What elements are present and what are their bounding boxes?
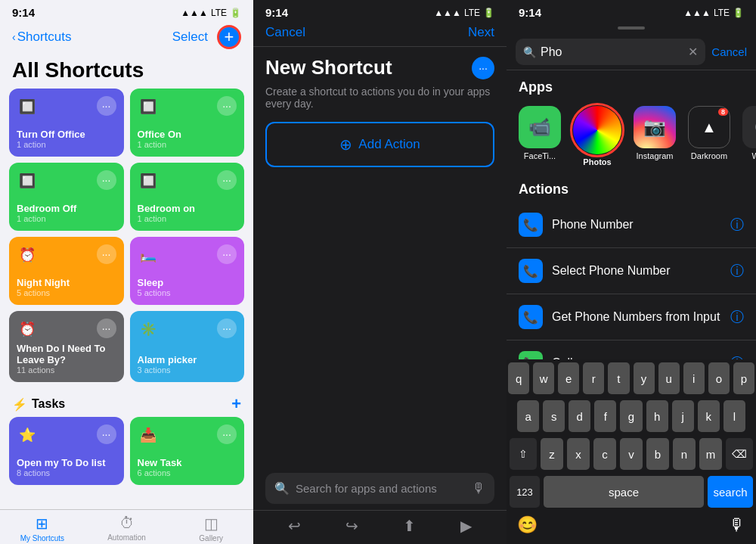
emoji-key[interactable]: 😊 <box>517 515 538 535</box>
action-label-phone-number: Phone Number <box>552 218 721 232</box>
key-space[interactable]: space <box>544 476 704 508</box>
more-button[interactable]: ··· <box>217 244 237 264</box>
key-r[interactable]: r <box>583 362 604 394</box>
watch-icon: ⌚ <box>742 106 756 148</box>
card-top: ⏰ ··· <box>17 244 116 266</box>
back-nav-icon[interactable]: ↩ <box>288 517 301 535</box>
key-123[interactable]: 123 <box>510 476 540 508</box>
search-key[interactable]: search <box>708 476 753 508</box>
search-input[interactable]: 🔍 Pho ✕ <box>516 39 705 65</box>
key-p[interactable]: p <box>733 362 754 394</box>
more-button[interactable]: ··· <box>97 96 116 116</box>
more-button[interactable]: ··· <box>97 424 116 444</box>
instagram-label: Instagram <box>637 151 674 160</box>
more-button[interactable]: ··· <box>217 424 237 444</box>
key-j[interactable]: j <box>672 400 694 432</box>
mic-key[interactable]: 🎙 <box>729 515 745 535</box>
action-info-select-phone[interactable]: ⓘ <box>730 262 744 280</box>
more-button[interactable]: ··· <box>217 96 237 116</box>
signal-icon-3: ▲▲▲ <box>683 8 711 18</box>
app-item-darkroom[interactable]: ▲ 8 Darkroom <box>688 106 730 166</box>
shortcut-card-alarm-picker[interactable]: ✳️ ··· Alarm picker 3 actions <box>130 311 245 382</box>
key-z[interactable]: z <box>541 438 563 470</box>
action-info-call[interactable]: ⓘ <box>730 354 744 359</box>
card-title: New Task <box>138 457 237 468</box>
key-g[interactable]: g <box>620 400 642 432</box>
action-info-phone-number[interactable]: ⓘ <box>730 216 744 234</box>
key-h[interactable]: h <box>646 400 668 432</box>
insta-camera-icon: 📷 <box>643 117 666 138</box>
app-item-photos[interactable]: Photos <box>573 106 621 166</box>
play-nav-icon[interactable]: ▶ <box>460 517 472 535</box>
key-f[interactable]: f <box>594 400 616 432</box>
key-a[interactable]: a <box>517 400 539 432</box>
add-task-button[interactable]: + <box>231 394 241 414</box>
new-shortcut-description: Create a shortcut to actions you do in y… <box>253 82 507 122</box>
key-u[interactable]: u <box>658 362 680 394</box>
shortcut-card-sleep[interactable]: 🛏️ ··· Sleep 5 actions <box>130 237 245 305</box>
more-button[interactable]: ··· <box>97 170 116 190</box>
shift-key[interactable]: ⇧ <box>510 438 537 470</box>
key-i[interactable]: i <box>683 362 705 394</box>
tab-automation[interactable]: ⏱ Automation <box>85 514 169 542</box>
more-button[interactable]: ··· <box>217 319 237 338</box>
key-l[interactable]: l <box>723 400 745 432</box>
key-c[interactable]: c <box>593 438 616 470</box>
key-y[interactable]: y <box>634 362 655 394</box>
key-v[interactable]: v <box>620 438 643 470</box>
tab-gallery[interactable]: ◫ Gallery <box>169 514 253 542</box>
tab-my-shortcuts[interactable]: ⊞ My Shortcuts <box>0 514 85 542</box>
app-item-facetime[interactable]: 📹 FaceTi... <box>519 106 561 166</box>
select-button[interactable]: Select <box>172 30 208 45</box>
add-action-button[interactable]: ⊕ Add Action <box>265 122 494 167</box>
key-d[interactable]: d <box>569 400 590 432</box>
key-n[interactable]: n <box>673 438 696 470</box>
key-x[interactable]: x <box>567 438 590 470</box>
shortcut-card-new-task[interactable]: 📥 ··· New Task 6 actions <box>130 417 245 485</box>
more-button[interactable]: ··· <box>217 170 237 190</box>
kb-bottom-row: 😊 🎙 <box>508 512 754 541</box>
cancel-button-2[interactable]: Cancel <box>265 25 305 40</box>
shortcut-card-open-todo[interactable]: ⭐ ··· Open my To Do list 8 actions <box>9 417 124 485</box>
kb-row-2: a s d f g h j k l <box>508 400 754 432</box>
back-button-1[interactable]: ‹ Shortcuts <box>12 30 71 45</box>
action-info-get-phones[interactable]: ⓘ <box>730 308 744 326</box>
search-bar-bottom[interactable]: 🔍 Search for apps and actions 🎙 <box>265 473 494 504</box>
key-e[interactable]: e <box>558 362 579 394</box>
new-shortcut-header: New Shortcut ··· <box>253 47 507 82</box>
action-item-phone-number[interactable]: 📞 Phone Number ⓘ <box>507 202 756 248</box>
key-k[interactable]: k <box>698 400 720 432</box>
shortcut-card-bedroom-on[interactable]: 🔲 ··· Bedroom on 1 action <box>130 163 245 231</box>
delete-key[interactable]: ⌫ <box>726 438 753 470</box>
shortcut-card-turn-off-office[interactable]: 🔲 ··· Turn Off Office 1 action <box>9 89 124 157</box>
share-nav-icon[interactable]: ⬆ <box>403 517 416 535</box>
shortcut-card-bedroom-off[interactable]: 🔲 ··· Bedroom Off 1 action <box>9 163 124 231</box>
add-shortcut-button[interactable]: + <box>217 25 241 49</box>
forward-nav-icon[interactable]: ↪ <box>345 517 358 535</box>
cancel-search-button[interactable]: Cancel <box>711 45 747 58</box>
key-o[interactable]: o <box>708 362 730 394</box>
action-item-select-phone[interactable]: 📞 Select Phone Number ⓘ <box>507 248 756 294</box>
mic-icon[interactable]: 🎙 <box>472 480 485 496</box>
next-button[interactable]: Next <box>468 25 494 40</box>
shortcut-card-night-night[interactable]: ⏰ ··· Night Night 5 actions <box>9 237 124 305</box>
key-b[interactable]: b <box>646 438 669 470</box>
status-icons-3: ▲▲▲ LTE 🔋 <box>683 8 744 18</box>
clear-search-button[interactable]: ✕ <box>688 45 698 59</box>
key-w[interactable]: w <box>533 362 554 394</box>
action-item-call[interactable]: 📞 Call ⓘ <box>507 340 756 359</box>
more-button[interactable]: ··· <box>97 244 116 264</box>
panel-new-shortcut: 9:14 ▲▲▲ LTE 🔋 Cancel Next New Shortcut … <box>253 0 507 544</box>
shortcut-card-office-on[interactable]: 🔲 ··· Office On 1 action <box>130 89 245 157</box>
key-q[interactable]: q <box>508 362 529 394</box>
app-item-instagram[interactable]: 📷 Instagram <box>634 106 676 166</box>
key-t[interactable]: t <box>608 362 629 394</box>
photos-icon-wrap <box>573 106 621 154</box>
app-item-watch[interactable]: ⌚ Watch <box>742 106 756 166</box>
shortcut-card-when-leave[interactable]: ⏰ ··· When Do I Need To Leave By? 11 act… <box>9 311 124 382</box>
action-item-get-phones[interactable]: 📞 Get Phone Numbers from Input ⓘ <box>507 294 756 340</box>
key-s[interactable]: s <box>543 400 565 432</box>
key-m[interactable]: m <box>699 438 722 470</box>
more-button[interactable]: ··· <box>97 319 116 338</box>
options-button[interactable]: ··· <box>472 57 494 79</box>
